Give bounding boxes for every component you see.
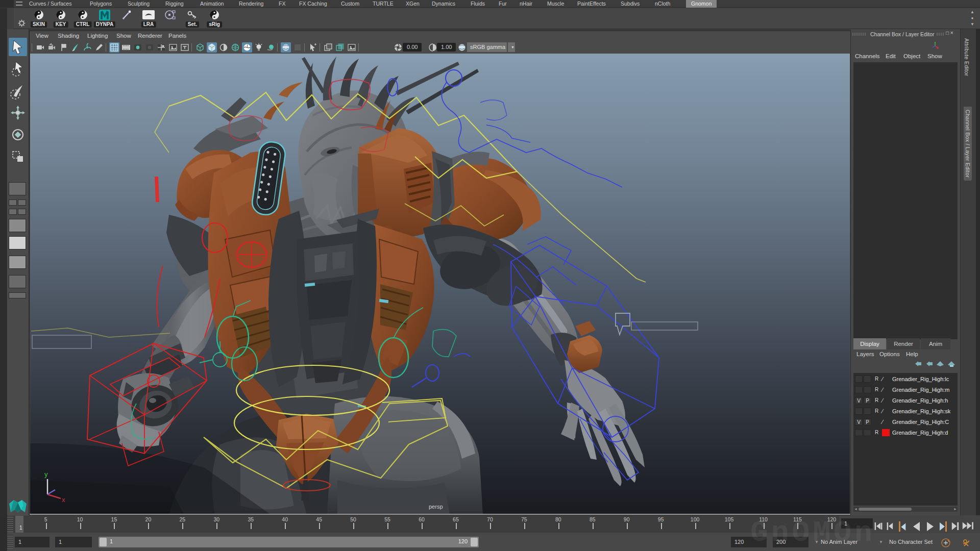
svg-text:x: x xyxy=(62,496,65,504)
svg-text:y: y xyxy=(44,470,48,478)
